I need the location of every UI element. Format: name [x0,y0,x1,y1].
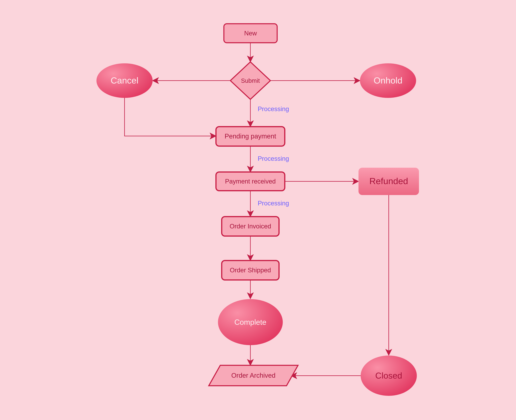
node-cancel: Cancel [97,63,153,98]
node-new-label: New [244,30,257,37]
node-onhold: Onhold [360,63,416,98]
node-shipped: Order Shipped [222,261,279,280]
node-complete: Complete [218,299,283,345]
node-submit: Submit [230,62,270,99]
node-received-label: Payment received [225,178,276,185]
edge-label-processing-1: Processing [258,105,289,112]
node-complete-label: Complete [234,318,266,326]
node-refunded: Refunded [358,168,419,195]
edge-label-processing-2: Processing [258,155,289,162]
node-shipped-label: Order Shipped [230,267,271,274]
node-closed: Closed [361,355,417,396]
node-invoiced: Order Invoiced [222,217,279,236]
flowchart: Processing Processing Processing New Sub… [0,0,516,420]
node-archived-label: Order Archived [231,372,276,379]
node-closed-label: Closed [375,371,402,380]
node-pending-label: Pending payment [225,132,276,140]
edge-cancel-pending [125,98,216,136]
node-invoiced-label: Order Invoiced [230,223,271,230]
node-onhold-label: Onhold [374,75,402,85]
node-cancel-label: Cancel [111,75,138,85]
edge-label-processing-3: Processing [258,200,289,207]
node-refunded-label: Refunded [369,176,408,186]
node-pending: Pending payment [216,127,285,146]
node-received: Payment received [216,172,285,191]
node-new: New [224,24,277,43]
node-archived: Order Archived [209,365,298,386]
node-submit-label: Submit [241,77,260,84]
